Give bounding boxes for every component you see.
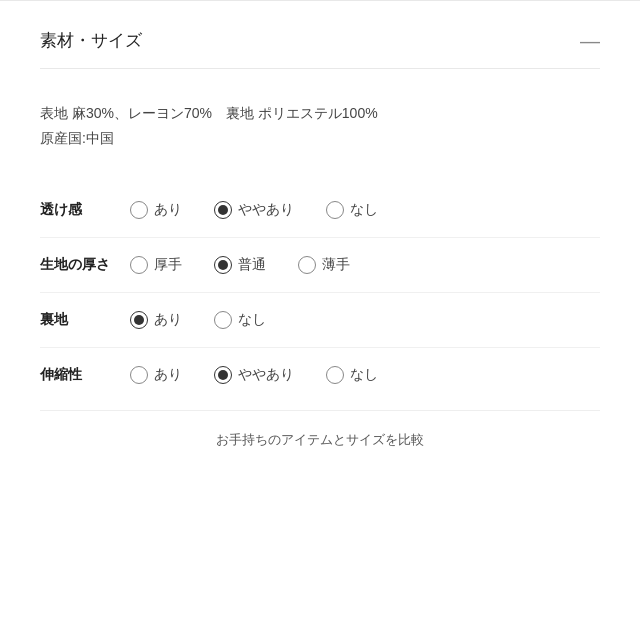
attribute-label-1: 生地の厚さ	[40, 256, 130, 274]
radio-unselected-icon	[130, 201, 148, 219]
radio-option-0-0[interactable]: あり	[130, 201, 182, 219]
material-size-section: 素材・サイズ — 表地 麻30%、レーヨン70% 裏地 ポリエステル100% 原…	[0, 1, 640, 640]
radio-unselected-icon	[326, 366, 344, 384]
radio-unselected-icon	[298, 256, 316, 274]
radio-unselected-icon	[130, 366, 148, 384]
radio-option-0-1[interactable]: ややあり	[214, 201, 294, 219]
attribute-row: 透け感ありややありなし	[40, 183, 600, 238]
radio-unselected-icon	[214, 311, 232, 329]
footer-link[interactable]: お手持ちのアイテムとサイズを比較	[40, 410, 600, 459]
radio-label-2-0: あり	[154, 311, 182, 329]
radio-label-3-0: あり	[154, 366, 182, 384]
radio-label-2-1: なし	[238, 311, 266, 329]
radio-label-3-2: なし	[350, 366, 378, 384]
attribute-label-2: 裏地	[40, 311, 130, 329]
radio-label-1-0: 厚手	[154, 256, 182, 274]
collapse-icon[interactable]: —	[580, 31, 600, 51]
radio-option-3-1[interactable]: ややあり	[214, 366, 294, 384]
radio-option-1-2[interactable]: 薄手	[298, 256, 350, 274]
attribute-row: 伸縮性ありややありなし	[40, 348, 600, 402]
attribute-options-0: ありややありなし	[130, 201, 410, 219]
attribute-label-3: 伸縮性	[40, 366, 130, 384]
attribute-row: 生地の厚さ厚手普通薄手	[40, 238, 600, 293]
radio-option-1-0[interactable]: 厚手	[130, 256, 182, 274]
section-header: 素材・サイズ —	[40, 29, 600, 69]
radio-option-2-1[interactable]: なし	[214, 311, 266, 329]
material-line1: 表地 麻30%、レーヨン70% 裏地 ポリエステル100%	[40, 101, 600, 126]
radio-option-2-0[interactable]: あり	[130, 311, 182, 329]
attribute-row: 裏地ありなし	[40, 293, 600, 348]
radio-unselected-icon	[326, 201, 344, 219]
radio-label-0-2: なし	[350, 201, 378, 219]
radio-label-0-1: ややあり	[238, 201, 294, 219]
material-line2: 原産国:中国	[40, 126, 600, 151]
attribute-label-0: 透け感	[40, 201, 130, 219]
section-title: 素材・サイズ	[40, 29, 142, 52]
attribute-options-2: ありなし	[130, 311, 298, 329]
radio-option-3-0[interactable]: あり	[130, 366, 182, 384]
attributes-table: 透け感ありややありなし生地の厚さ厚手普通薄手裏地ありなし伸縮性ありややありなし	[40, 183, 600, 402]
radio-selected-icon	[130, 311, 148, 329]
radio-option-0-2[interactable]: なし	[326, 201, 378, 219]
radio-label-1-1: 普通	[238, 256, 266, 274]
radio-label-1-2: 薄手	[322, 256, 350, 274]
radio-label-0-0: あり	[154, 201, 182, 219]
radio-selected-icon	[214, 201, 232, 219]
material-info: 表地 麻30%、レーヨン70% 裏地 ポリエステル100% 原産国:中国	[40, 101, 600, 151]
radio-selected-icon	[214, 366, 232, 384]
radio-label-3-1: ややあり	[238, 366, 294, 384]
radio-option-1-1[interactable]: 普通	[214, 256, 266, 274]
attribute-options-3: ありややありなし	[130, 366, 410, 384]
radio-option-3-2[interactable]: なし	[326, 366, 378, 384]
radio-selected-icon	[214, 256, 232, 274]
radio-unselected-icon	[130, 256, 148, 274]
attribute-options-1: 厚手普通薄手	[130, 256, 382, 274]
footer-link-text: お手持ちのアイテムとサイズを比較	[216, 432, 424, 447]
page: 素材・サイズ — 表地 麻30%、レーヨン70% 裏地 ポリエステル100% 原…	[0, 0, 640, 640]
